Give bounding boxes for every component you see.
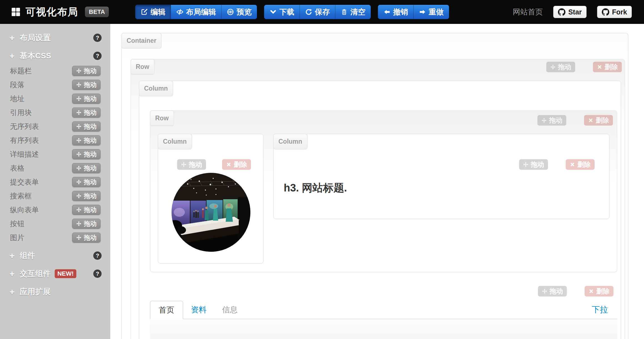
sidebar-section-components[interactable]: 组件 xyxy=(0,248,110,263)
drag-handle-button[interactable]: 拖动 xyxy=(72,66,100,76)
help-icon[interactable] xyxy=(93,251,102,260)
preview-button[interactable]: 预览 xyxy=(221,5,257,19)
drag-tool-button[interactable]: 拖动 xyxy=(537,115,566,126)
drag-tool-button[interactable]: 拖动 xyxy=(538,286,567,296)
site-heading-text[interactable]: h3. 网站标题. xyxy=(284,181,347,195)
sidebar-item-label: 有序列表 xyxy=(10,136,39,145)
close-x-icon xyxy=(226,162,232,167)
undo-button[interactable]: 撤销 xyxy=(378,5,414,19)
app-title: 可视化布局 xyxy=(26,5,78,19)
drag-handle-button[interactable]: 拖动 xyxy=(72,191,100,201)
site-home-link[interactable]: 网站首页 xyxy=(513,7,543,17)
drag-handle-label: 拖动 xyxy=(84,108,97,117)
tab-profile[interactable]: 资料 xyxy=(183,301,214,319)
tab-content-pane xyxy=(150,320,617,339)
drag-handle-button[interactable]: 拖动 xyxy=(72,219,100,229)
sidebar-section-basic-css[interactable]: 基本CSS xyxy=(0,49,110,63)
preview-icon xyxy=(227,8,234,16)
github-star-label: Star xyxy=(568,8,582,16)
download-button-label: 下载 xyxy=(279,7,294,17)
drag-handle-button[interactable]: 拖动 xyxy=(72,163,100,173)
sidebar-item-label: 图片 xyxy=(10,233,24,243)
edit-button-group: 编辑 布局编辑 预览 xyxy=(135,5,257,19)
drag-handle-label: 拖动 xyxy=(84,122,97,131)
tab-home[interactable]: 首页 xyxy=(150,301,183,319)
sidebar-item-label: 表格 xyxy=(10,163,24,173)
block-tools: 拖动 删除 xyxy=(537,115,613,126)
tab-info[interactable]: 信息 xyxy=(214,301,245,319)
move-icon xyxy=(76,138,82,143)
drag-handle-button[interactable]: 拖动 xyxy=(72,80,100,90)
drag-handle-label: 拖动 xyxy=(84,136,97,145)
help-icon[interactable] xyxy=(93,52,102,60)
move-icon xyxy=(76,193,82,199)
redo-button[interactable]: 重做 xyxy=(413,5,449,19)
drag-tool-label: 拖动 xyxy=(189,160,202,169)
download-button[interactable]: 下载 xyxy=(264,5,300,19)
sidebar-item-label: 搜索框 xyxy=(10,191,32,201)
github-star-button[interactable]: Star xyxy=(553,6,587,18)
drag-tool-button[interactable]: 拖动 xyxy=(177,159,206,170)
delete-tool-button[interactable]: 删除 xyxy=(584,115,613,126)
layout-edit-button[interactable]: 布局编辑 xyxy=(171,5,222,19)
clear-button[interactable]: 清空 xyxy=(335,5,371,19)
move-icon xyxy=(76,165,82,171)
layout-edit-icon xyxy=(176,8,183,16)
plus-icon xyxy=(9,51,15,61)
layout-edit-button-label: 布局编辑 xyxy=(186,7,216,17)
save-button-label: 保存 xyxy=(315,7,330,17)
delete-tool-label: 删除 xyxy=(596,287,610,296)
move-icon xyxy=(76,221,82,226)
delete-tool-label: 删除 xyxy=(577,160,591,169)
close-x-icon xyxy=(588,118,593,123)
save-button[interactable]: 保存 xyxy=(300,5,335,19)
sidebar-section-layout-settings[interactable]: 布局设置 xyxy=(0,31,110,45)
drag-handle-label: 拖动 xyxy=(84,150,97,159)
drag-handle-label: 拖动 xyxy=(84,206,97,214)
sidebar-item-image: 图片 拖动 xyxy=(0,231,110,245)
drag-handle-button[interactable]: 拖动 xyxy=(72,149,100,159)
plus-icon xyxy=(9,251,15,261)
sidebar-item-heading: 标题栏 拖动 xyxy=(0,64,110,78)
delete-tool-button[interactable]: 删除 xyxy=(593,62,622,72)
drag-handle-label: 拖动 xyxy=(84,220,97,228)
move-icon xyxy=(76,68,82,74)
drag-handle-button[interactable]: 拖动 xyxy=(72,177,100,187)
column-tag: Column xyxy=(139,81,173,96)
delete-tool-button[interactable]: 删除 xyxy=(585,286,613,296)
drag-tool-button[interactable]: 拖动 xyxy=(519,159,548,170)
sidebar-item-blockquote: 引用块 拖动 xyxy=(0,106,110,119)
move-icon xyxy=(550,64,556,70)
delete-tool-button[interactable]: 删除 xyxy=(222,159,251,170)
row-tag: Row xyxy=(130,59,155,75)
drag-handle-button[interactable]: 拖动 xyxy=(72,108,100,118)
drag-handle-button[interactable]: 拖动 xyxy=(72,135,100,145)
new-badge: NEW! xyxy=(55,269,77,278)
sidebar-section-interactive-components[interactable]: 交互组件 NEW! xyxy=(0,266,110,281)
dropdown-toggle[interactable]: 下拉 xyxy=(592,301,617,319)
block-tools: 拖动 删除 xyxy=(538,286,613,296)
drag-handle-button[interactable]: 拖动 xyxy=(72,205,100,215)
delete-tool-label: 删除 xyxy=(605,63,618,71)
delete-tool-button[interactable]: 删除 xyxy=(566,159,595,170)
sidebar-section-app-extensions[interactable]: 应用扩展 xyxy=(0,285,110,299)
edit-button[interactable]: 编辑 xyxy=(135,5,171,19)
drag-handle-button[interactable]: 拖动 xyxy=(72,94,100,104)
sidebar-item-button: 按钮 拖动 xyxy=(0,217,110,231)
drag-handle-label: 拖动 xyxy=(84,94,97,103)
move-icon xyxy=(76,179,82,185)
github-fork-button[interactable]: Fork xyxy=(597,6,632,18)
drag-handle-button[interactable]: 拖动 xyxy=(72,233,100,243)
container-tag: Container xyxy=(121,33,162,49)
close-x-icon xyxy=(570,162,575,167)
runway-photo-image[interactable] xyxy=(172,173,250,252)
runway-photo-graphic xyxy=(172,173,250,252)
sidebar-section-label: 交互组件 xyxy=(20,268,51,279)
help-icon[interactable] xyxy=(93,34,102,42)
sidebar-item-label: 按钮 xyxy=(10,219,24,229)
undo-button-label: 撤销 xyxy=(393,7,408,17)
drag-handle-button[interactable]: 拖动 xyxy=(72,121,100,131)
drag-tool-button[interactable]: 拖动 xyxy=(546,62,575,72)
help-icon[interactable] xyxy=(93,270,102,278)
delete-tool-label: 删除 xyxy=(234,160,247,169)
